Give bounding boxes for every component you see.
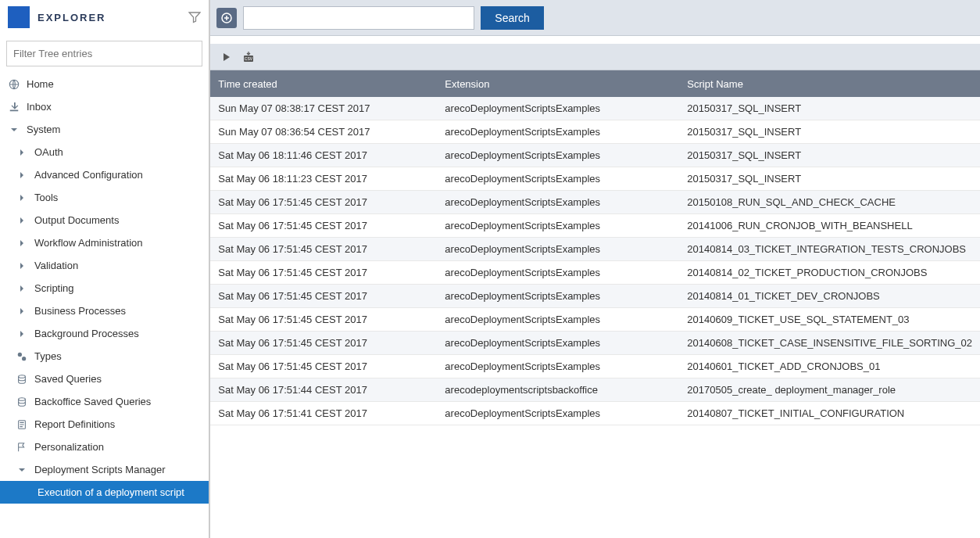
caret-right-icon <box>20 195 23 201</box>
database-icon <box>16 396 28 407</box>
nav-label: Saved Queries <box>34 373 102 385</box>
nav-workflow-admin[interactable]: Workflow Administration <box>0 231 209 254</box>
table-row[interactable]: Sat May 06 17:51:45 CEST 2017arecoDeploy… <box>210 238 980 261</box>
main-panel: Search CSV Time created Extension Script… <box>210 0 980 538</box>
filter-input[interactable] <box>6 41 202 66</box>
nav-label: Scripting <box>34 282 74 294</box>
cell-time: Sat May 06 17:51:41 CEST 2017 <box>210 407 437 419</box>
column-header-extension[interactable]: Extension <box>437 78 679 90</box>
table-row[interactable]: Sat May 06 17:51:45 CEST 2017arecoDeploy… <box>210 308 980 332</box>
caret-right-icon <box>20 331 23 337</box>
table-row[interactable]: Sat May 06 18:11:23 CEST 2017arecoDeploy… <box>210 167 980 191</box>
cell-extension: arecoDeploymentScriptsExamples <box>437 220 679 231</box>
svg-point-1 <box>18 352 22 356</box>
nav-backoffice-saved-queries[interactable]: Backoffice Saved Queries <box>0 390 209 413</box>
cell-extension: arecodeploymentscriptsbackoffice <box>437 384 679 396</box>
cell-script: 20140601_TICKET_ADD_CRONJOBS_01 <box>679 360 980 372</box>
nav-background-processes[interactable]: Background Processes <box>0 322 209 345</box>
nav-label: OAuth <box>34 146 63 158</box>
cell-script: 20150317_SQL_INSERT <box>679 149 980 161</box>
nav-tree: Home Inbox System OAuth Advanced Configu… <box>0 73 209 538</box>
cell-time: Sat May 06 17:51:45 CEST 2017 <box>210 196 437 208</box>
cell-script: 20150317_SQL_INSERT <box>679 126 980 138</box>
cell-script: 20150317_SQL_INSERT <box>679 173 980 185</box>
column-header-time[interactable]: Time created <box>210 78 437 90</box>
cell-script: 20170505_create_ deployment_manager_role <box>679 384 980 396</box>
table-row[interactable]: Sat May 06 17:51:45 CEST 2017arecoDeploy… <box>210 355 980 378</box>
nav-label: Types <box>34 350 62 362</box>
flag-icon <box>16 442 28 453</box>
cell-script: 20140814_02_TICKET_PRODUCTION_CRONJOBS <box>679 267 980 278</box>
results-table: Time created Extension Script Name Sun M… <box>210 70 980 425</box>
caret-right-icon <box>20 149 23 156</box>
search-input[interactable] <box>243 6 474 30</box>
nav-label: Deployment Scripts Manager <box>34 464 166 475</box>
nav-report-definitions[interactable]: Report Definitions <box>0 413 209 436</box>
nav-types[interactable]: Types <box>0 345 209 368</box>
nav-home[interactable]: Home <box>0 73 209 95</box>
table-row[interactable]: Sat May 06 17:51:45 CEST 2017arecoDeploy… <box>210 285 980 308</box>
table-row[interactable]: Sat May 06 17:51:45 CEST 2017arecoDeploy… <box>210 261 980 285</box>
nav-output-documents[interactable]: Output Documents <box>0 209 209 231</box>
svg-point-4 <box>19 397 26 400</box>
cell-time: Sat May 06 18:11:23 CEST 2017 <box>210 173 437 185</box>
cell-time: Sat May 06 17:51:44 CEST 2017 <box>210 384 437 396</box>
nav-personalization[interactable]: Personalization <box>0 436 209 458</box>
caret-right-icon <box>20 285 23 292</box>
cell-extension: arecoDeploymentScriptsExamples <box>437 149 679 161</box>
caret-right-icon <box>20 172 23 178</box>
explorer-title: EXPLORER <box>38 12 181 23</box>
table-row[interactable]: Sun May 07 08:36:54 CEST 2017arecoDeploy… <box>210 120 980 144</box>
cell-extension: arecoDeploymentScriptsExamples <box>437 314 679 325</box>
table-row[interactable]: Sat May 06 17:51:44 CEST 2017arecodeploy… <box>210 378 980 402</box>
search-button[interactable]: Search <box>481 6 543 30</box>
nav-deployment-scripts-manager[interactable]: Deployment Scripts Manager <box>0 458 209 481</box>
nav-validation[interactable]: Validation <box>0 254 209 277</box>
nav-business-processes[interactable]: Business Processes <box>0 299 209 322</box>
nav-label: Business Processes <box>34 305 126 317</box>
column-header-script[interactable]: Script Name <box>679 78 980 90</box>
table-row[interactable]: Sat May 06 17:51:45 CEST 2017arecoDeploy… <box>210 191 980 214</box>
cell-time: Sat May 06 17:51:45 CEST 2017 <box>210 290 437 302</box>
nav-label: Backoffice Saved Queries <box>34 396 151 407</box>
cell-extension: arecoDeploymentScriptsExamples <box>437 196 679 208</box>
cell-script: 20140608_TICKET_CASE_INSENSITIVE_FILE_SO… <box>679 337 980 349</box>
table-header: Time created Extension Script Name <box>210 70 980 97</box>
nav-oauth[interactable]: OAuth <box>0 141 209 163</box>
filter-icon[interactable] <box>188 11 201 23</box>
nav-scripting[interactable]: Scripting <box>0 277 209 299</box>
play-button[interactable] <box>220 50 234 64</box>
nav-label: Background Processes <box>34 328 139 339</box>
caret-right-icon <box>20 308 23 314</box>
svg-text:CSV: CSV <box>245 56 253 61</box>
cell-time: Sat May 06 17:51:45 CEST 2017 <box>210 220 437 231</box>
table-row[interactable]: Sun May 07 08:38:17 CEST 2017arecoDeploy… <box>210 97 980 120</box>
nav-label: Report Definitions <box>34 418 115 430</box>
svg-point-3 <box>19 375 26 378</box>
cell-time: Sat May 06 18:11:46 CEST 2017 <box>210 149 437 161</box>
cell-extension: arecoDeploymentScriptsExamples <box>437 337 679 349</box>
table-row[interactable]: Sat May 06 17:51:41 CEST 2017arecoDeploy… <box>210 402 980 425</box>
nav-execution-deployment-script[interactable]: Execution of a deployment script <box>0 481 209 504</box>
search-settings-button[interactable] <box>216 8 237 28</box>
nav-saved-queries[interactable]: Saved Queries <box>0 368 209 390</box>
nav-inbox[interactable]: Inbox <box>0 95 209 118</box>
svg-point-2 <box>22 357 26 360</box>
nav-advanced-config[interactable]: Advanced Configuration <box>0 163 209 186</box>
nav-label: Execution of a deployment script <box>38 486 184 498</box>
download-icon <box>8 102 20 113</box>
cell-extension: arecoDeploymentScriptsExamples <box>437 360 679 372</box>
export-csv-button[interactable]: CSV <box>241 50 256 64</box>
cell-time: Sun May 07 08:38:17 CEST 2017 <box>210 102 437 114</box>
cell-script: 20140814_03_TICKET_INTEGRATION_TESTS_CRO… <box>679 243 980 255</box>
cell-time: Sat May 06 17:51:45 CEST 2017 <box>210 337 437 349</box>
table-row[interactable]: Sat May 06 18:11:46 CEST 2017arecoDeploy… <box>210 144 980 167</box>
table-row[interactable]: Sat May 06 17:51:45 CEST 2017arecoDeploy… <box>210 332 980 355</box>
table-body: Sun May 07 08:38:17 CEST 2017arecoDeploy… <box>210 97 980 425</box>
database-icon <box>16 374 28 385</box>
nav-tools[interactable]: Tools <box>0 186 209 209</box>
table-row[interactable]: Sat May 06 17:51:45 CEST 2017arecoDeploy… <box>210 214 980 238</box>
nav-system[interactable]: System <box>0 118 209 141</box>
cell-extension: arecoDeploymentScriptsExamples <box>437 102 679 114</box>
nav-label: Output Documents <box>34 214 119 226</box>
